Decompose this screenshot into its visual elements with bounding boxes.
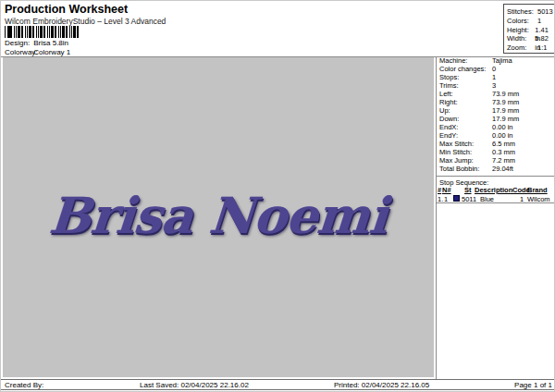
design-label: Design: [5, 39, 31, 47]
machine-value: 17.9 mm [492, 106, 519, 115]
machine-row: Total Bobbin: 29.04ft [437, 165, 555, 173]
machine-label: EndY: [439, 131, 492, 140]
machine-row: Stops: 1 [437, 73, 555, 81]
page-indicator: Page 1 of 1 [514, 380, 552, 390]
summary-value: 5013 [537, 7, 553, 17]
machine-value: 0 [492, 65, 496, 73]
stop-sequence-header: # N# St Description Code Brand [437, 186, 555, 194]
machine-value: 6.5 mm [492, 140, 515, 148]
summary-row-width: Width: 5.82 in [507, 34, 554, 43]
machine-row: Min Stitch: 0.3 mm [437, 148, 555, 156]
col-header-brand: Brand [527, 186, 548, 194]
machine-row: Max Jump: 7.2 mm [437, 156, 555, 165]
machine-value: 0.3 mm [492, 148, 515, 156]
barcode [5, 26, 80, 38]
created-by-label: Created By: [5, 380, 43, 390]
stop-sequence-section: Stop Sequence: # N# St Description Code … [437, 176, 555, 203]
colorway-label: Colorway: [5, 48, 31, 56]
machine-value: 73.9 mm [492, 98, 519, 106]
machine-row: Left: 73.9 mm [437, 90, 555, 98]
design-canvas: Brisa Noemi [3, 57, 434, 377]
stop-sequence-title: Stop Sequence: [437, 177, 555, 186]
machine-label: Left: [439, 90, 492, 98]
machine-label: Min Stitch: [439, 148, 492, 156]
colorway-row: Colorway: Colorway 1 [5, 48, 70, 56]
row-num: 1. [438, 195, 443, 203]
summary-value: 1.41 in [535, 26, 554, 35]
summary-label: Zoom: [507, 43, 537, 53]
machine-value: 0.00 in [492, 123, 513, 131]
machine-value: 29.04ft [492, 165, 513, 173]
machine-label: Down: [439, 115, 492, 123]
machine-label: Right: [439, 98, 492, 106]
row-needle: 1 [444, 195, 448, 203]
row-description: Blue [480, 195, 494, 203]
summary-value: 1 [537, 17, 541, 26]
last-saved-text: Last Saved: 02/04/2025 22.16.02 [140, 380, 249, 390]
summary-value: 5.82 in [535, 34, 554, 43]
row-brand: Wilcom [527, 195, 550, 203]
machine-label: Max Jump: [439, 156, 492, 165]
machine-row: Trims: 3 [437, 81, 555, 90]
thread-color-swatch [453, 195, 460, 202]
summary-value: 1:1 [537, 43, 547, 53]
design-row: Design: Brisa 5.8in [5, 39, 68, 47]
summary-row-height: Height: 1.41 in [507, 26, 554, 35]
summary-label: Height: [507, 26, 535, 35]
production-worksheet-page: Production Worksheet Wilcom EmbroiderySt… [0, 0, 555, 392]
page-title: Production Worksheet [5, 3, 128, 16]
machine-value: 7.2 mm [492, 156, 515, 165]
machine-value: Tajima [492, 56, 512, 65]
row-code: 1 [520, 195, 524, 203]
col-header-description: Description [475, 186, 512, 194]
col-header-stitch: St [464, 186, 472, 194]
machine-row: Color changes: 0 [437, 65, 555, 73]
machine-row: Down: 17.9 mm [437, 115, 555, 123]
design-value: Brisa 5.8in [33, 39, 68, 47]
stitch-summary-box: Stitches: 5013 Colors: 1 Height: 1.41 in… [503, 4, 555, 54]
machine-label: Color changes: [439, 65, 492, 73]
summary-row-zoom: Zoom: 1:1 [507, 43, 554, 53]
col-header-needle: N# [442, 186, 451, 194]
col-header-num: # [438, 186, 441, 194]
machine-value: 1 [492, 73, 496, 81]
row-thread-code: 5011 [462, 195, 476, 203]
machine-label: Max Stitch: [439, 140, 492, 148]
machine-label: EndX: [439, 123, 492, 131]
machine-row: EndY: 0.00 in [437, 131, 555, 140]
machine-row: Right: 73.9 mm [437, 98, 555, 106]
embroidery-design-text: Brisa Noemi [47, 186, 389, 245]
summary-label: Colors: [507, 17, 537, 26]
machine-row: EndX: 0.00 in [437, 123, 555, 131]
machine-label: Up: [439, 106, 492, 115]
machine-value: 17.9 mm [492, 115, 519, 123]
stop-sequence-row: 1. 1 5011 Blue 1 Wilcom [437, 194, 555, 203]
footer-bar: Created By: Last Saved: 02/04/2025 22.16… [1, 379, 555, 390]
summary-label: Stitches: [507, 7, 537, 17]
printed-text: Printed: 02/04/2025 22.16.05 [334, 380, 429, 390]
colorway-value: Colorway 1 [33, 48, 70, 56]
app-subtitle: Wilcom EmbroideryStudio – Level 3 Advanc… [5, 17, 166, 26]
machine-row: Machine: Tajima [437, 56, 555, 65]
summary-row-stitches: Stitches: 5013 [507, 7, 554, 17]
machine-row: Max Stitch: 6.5 mm [437, 140, 555, 148]
machine-row: Up: 17.9 mm [437, 106, 555, 115]
machine-value: 3 [492, 81, 496, 90]
machine-label: Stops: [439, 73, 492, 81]
machine-info-panel: Machine: Tajima Color changes: 0 Stops: … [436, 56, 555, 379]
machine-value: 0.00 in [492, 131, 513, 140]
summary-label: Width: [507, 34, 535, 43]
machine-label: Machine: [439, 56, 492, 65]
machine-label: Total Bobbin: [439, 165, 492, 173]
machine-value: 73.9 mm [492, 90, 519, 98]
machine-label: Trims: [439, 81, 492, 90]
summary-row-colors: Colors: 1 [507, 17, 554, 26]
